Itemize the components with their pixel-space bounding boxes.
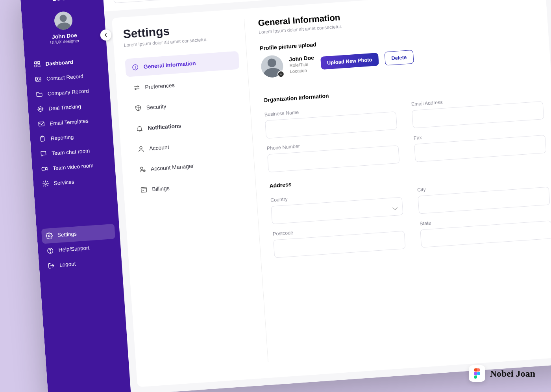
search-input[interactable]: Search [113,0,279,3]
app-window: LOGO John Doe UI/UX designer DashboardCo… [20,0,551,392]
upload-photo-button[interactable]: Upload New Photo [320,52,379,69]
svg-rect-1 [38,61,40,64]
sidebar-footer-nav: SettingsHelp/SupportLogout [37,223,130,388]
svg-point-12 [44,183,46,185]
sidebar-item-label: Team chat room [52,148,90,156]
tab-label: Security [146,103,166,111]
sidebar-item-label: Email Templates [50,118,89,126]
tab-label: Account [149,144,170,152]
content: Settings Lorem ipsum dolor sit amet cons… [112,0,551,387]
settings-tabs: General InformationPreferencesSecurityNo… [125,51,248,200]
svg-point-21 [140,146,142,149]
svg-point-18 [135,66,135,66]
billing-icon [140,186,148,194]
main-area: Search Cancel Save Changes Settings Lore… [102,0,551,392]
shield-icon [134,104,142,112]
target-icon [37,105,44,113]
svg-rect-3 [38,65,40,67]
avatar-add-icon: + [277,70,285,78]
settings-icon [45,232,53,239]
svg-point-6 [38,107,43,112]
svg-point-15 [50,252,50,252]
profile-meta: John Doe Role/Title Location [289,54,315,74]
svg-rect-24 [141,187,146,192]
svg-rect-11 [42,167,46,170]
id-card-icon [35,76,42,83]
tab-label: General Information [143,60,196,70]
logo: LOGO [20,0,104,4]
address-section-label: Address [269,174,401,189]
sidebar-item-label: Company Record [47,88,89,96]
logout-icon [48,262,55,269]
svg-rect-0 [34,62,37,64]
user-icon [137,145,145,153]
author-name: Nobei Joan [490,368,535,379]
svg-point-22 [141,167,143,169]
gear-icon [42,180,49,187]
sidebar-nav: DashboardContact RecordCompany RecordDea… [24,52,118,217]
user-gear-icon [139,166,146,173]
sidebar-item-label: Team video room [53,163,94,171]
tab-label: Account Manager [150,163,194,172]
sidebar-item-label: Settings [57,231,77,238]
avatar-icon [54,11,73,30]
clipboard-icon [39,135,46,142]
attribution: Nobei Joan [469,365,535,382]
settings-panel: General Information Lorem ipsum dolor si… [244,0,551,362]
video-icon [41,165,48,172]
sidebar-item-label: Reporting [50,134,74,141]
mail-icon [38,120,45,128]
svg-point-20 [135,88,136,89]
chat-icon [40,150,47,157]
sidebar-item-label: Deal Tracking [48,103,81,111]
tab-label: Billings [152,185,170,192]
sidebar-item-label: Services [54,179,74,186]
svg-point-25 [477,372,480,375]
tab-label: Notifications [148,122,181,131]
svg-point-19 [137,86,139,87]
profile-location: Location [290,67,315,74]
org-info-section-label: Organization Information [263,88,395,103]
sidebar-item-label: Logout [59,261,76,268]
info-icon [131,63,139,71]
sliders-icon [133,84,141,91]
profile-avatar-wrap[interactable]: + [261,55,284,78]
svg-rect-2 [35,65,37,67]
figma-icon [469,365,485,382]
svg-point-5 [37,78,38,80]
delete-photo-button[interactable]: Delete [384,50,414,65]
sidebar-profile[interactable]: John Doe UI/UX designer [22,9,106,46]
sidebar-item-label: Dashboard [45,59,73,67]
grid-icon [33,61,41,68]
svg-rect-8 [39,122,44,126]
bell-icon [136,125,143,132]
tab-label: Preferences [145,82,175,90]
sidebar-item-label: Help/Support [58,245,90,253]
help-icon [46,247,54,254]
settings-left-column: Settings Lorem ipsum dolor sit amet cons… [123,19,268,370]
svg-point-13 [48,235,50,237]
svg-point-7 [39,108,41,110]
folder-icon [35,91,43,98]
sidebar-item-label: Contact Record [46,73,84,82]
